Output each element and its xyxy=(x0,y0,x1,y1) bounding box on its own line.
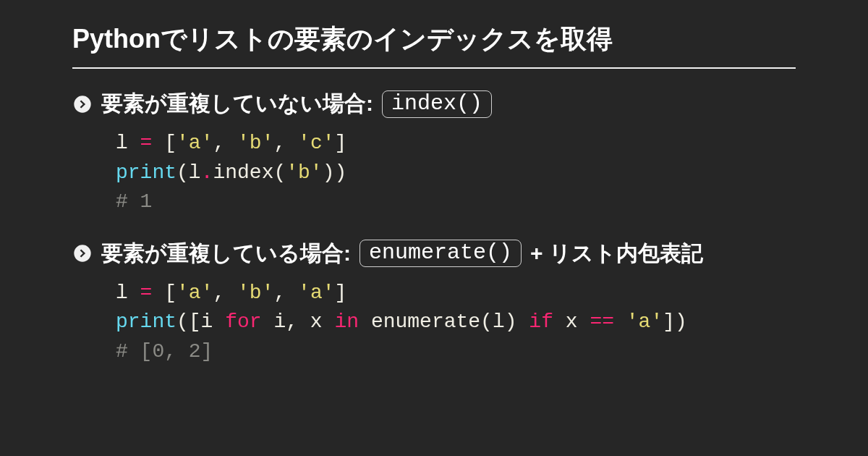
section-2-inline-code: enumerate() xyxy=(359,240,522,267)
code-block-1: l = ['a', 'b', 'c'] print(l.index('b')) … xyxy=(72,129,796,217)
chevron-circle-icon xyxy=(72,243,93,263)
chevron-circle-icon xyxy=(72,94,93,114)
section-heading-1: 要素が重複していない場合: index() xyxy=(72,89,796,119)
section-2-prefix: 要素が重複している場合: xyxy=(101,239,351,269)
section-1-prefix: 要素が重複していない場合: xyxy=(101,89,373,119)
code-block-2: l = ['a', 'b', 'a'] print([i for i, x in… xyxy=(72,279,796,367)
section-heading-2: 要素が重複している場合: enumerate() + リスト内包表記 xyxy=(72,239,796,269)
section-2-suffix: + リスト内包表記 xyxy=(530,239,703,269)
page-title: Pythonでリストの要素のインデックスを取得 xyxy=(72,22,796,69)
section-1-inline-code: index() xyxy=(382,90,492,118)
